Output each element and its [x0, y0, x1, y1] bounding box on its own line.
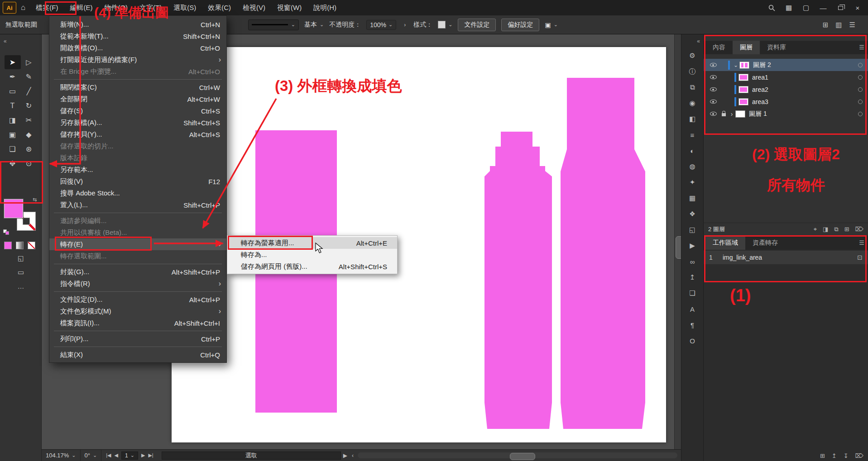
last-artboard-icon[interactable]: ▶| [148, 452, 153, 458]
rotate-tool[interactable]: ↻ [21, 99, 37, 113]
delete-item-icon[interactable]: ⌦ [855, 452, 863, 459]
new-layer-icon[interactable]: ⊞ [844, 226, 849, 233]
eye-icon[interactable] [710, 63, 717, 67]
artwork-bottle-large[interactable] [561, 78, 645, 429]
menubar-item[interactable]: 編輯(E) [64, 0, 98, 15]
move-down-icon[interactable]: ↧ [844, 452, 849, 459]
none-button[interactable] [28, 242, 35, 249]
make-mask-icon[interactable]: ◨ [823, 226, 828, 233]
eye-icon[interactable] [710, 75, 717, 79]
scissors-tool[interactable]: ✂ [21, 113, 37, 127]
arrange-documents-icon[interactable]: ▢ [802, 4, 810, 12]
layer-name[interactable]: 圖層 2 [753, 61, 771, 69]
menu-item-place[interactable]: 置入(L)...Shift+Ctrl+P [49, 199, 226, 211]
menu-item-export[interactable]: 轉存(E) [49, 238, 226, 250]
stroke-icon[interactable]: ≡ [686, 130, 699, 140]
menubar-item[interactable]: 檢視(V) [237, 0, 271, 15]
menu-item-open[interactable]: 開啟舊檔(O)...Ctrl+O [49, 42, 226, 54]
direct-selection-tool[interactable]: ▷ [21, 55, 37, 69]
menubar-item[interactable]: 效果(C) [202, 0, 237, 15]
panel-menu-icon[interactable]: ☰ [859, 239, 864, 246]
rotation-dropdown[interactable]: 0°⌄ [81, 450, 102, 461]
artboard-number-dropdown[interactable]: 1⌄ [121, 451, 138, 460]
graphic-styles-icon[interactable]: ✦ [686, 177, 699, 187]
rectangle-tool[interactable]: ▭ [5, 84, 21, 98]
layer-row-area2[interactable]: area2 [704, 83, 868, 95]
menu-item-print[interactable]: 列印(P)...Ctrl+P [49, 333, 226, 345]
expand-caret-icon[interactable] [732, 62, 739, 68]
appearance-icon[interactable]: ◍ [686, 162, 699, 171]
menu-item-scripts[interactable]: 指令檔(R) [49, 278, 226, 290]
menu-item-revert[interactable]: 回復(V)F12 [49, 176, 226, 187]
curvature-tool[interactable]: ✎ [21, 70, 37, 84]
type-tool[interactable]: T [5, 99, 21, 113]
layer-thumbnail[interactable] [735, 110, 745, 118]
color-button[interactable] [4, 242, 12, 249]
menubar-item[interactable]: 選取(S) [168, 0, 202, 15]
collapse-toolbar-icon[interactable]: « [4, 38, 7, 44]
quick-actions-dropdown[interactable]: ▣⌄ [545, 21, 557, 29]
default-swatches-icon[interactable] [3, 229, 10, 235]
app-logo-icon[interactable]: Ai [3, 2, 16, 14]
menubar-item[interactable]: 說明(H) [307, 0, 342, 15]
links-icon[interactable]: ∞ [686, 257, 699, 266]
eye-icon[interactable] [710, 112, 717, 116]
pathfinder-icon[interactable]: ◱ [686, 225, 699, 235]
artboard-icon[interactable]: ⊡ [857, 254, 863, 261]
paragraph-icon[interactable]: ¶ [686, 320, 699, 330]
panel-menu-icon[interactable]: ☰ [859, 44, 864, 51]
artboards-icon[interactable]: ❏ [686, 288, 699, 298]
target-circle-icon[interactable] [858, 63, 863, 67]
horizontal-scrollbar[interactable] [358, 452, 677, 458]
properties-icon[interactable]: ⚙ [686, 51, 699, 61]
menu-item-save-as-template[interactable]: 另存範本... [49, 164, 226, 176]
menu-item-save[interactable]: 儲存(S)Ctrl+S [49, 105, 226, 117]
character-icon[interactable]: A [686, 304, 699, 314]
menu-item-new-from-template[interactable]: 從範本新增(T)...Shift+Ctrl+N [49, 30, 226, 42]
eraser-tool[interactable]: ◨ [5, 113, 21, 127]
preferences-button[interactable]: 偏好設定 [501, 19, 539, 31]
layer-thumbnail[interactable] [739, 62, 749, 69]
menubar-item[interactable]: 物件(O) [98, 0, 134, 15]
tab-artboards[interactable]: 工作區域 [705, 236, 745, 250]
transform-icon[interactable]: ⧉ [686, 82, 699, 92]
lock-icon[interactable] [722, 113, 726, 116]
layer-row-layer-1[interactable]: 圖層 1 [704, 108, 868, 120]
menu-item-search-adobe-stock[interactable]: 搜尋 Adobe Stock... [49, 187, 226, 199]
screen-mode-icon[interactable]: ▭ [18, 268, 24, 276]
swatches-icon[interactable]: ▦ [686, 193, 699, 203]
locate-object-icon[interactable]: ⌖ [814, 226, 817, 233]
menubar-item[interactable]: 檔案(F) [30, 0, 64, 15]
line-segment-tool[interactable]: ╱ [21, 84, 37, 98]
transparency-icon[interactable]: ◐ [686, 146, 699, 156]
menubar-item[interactable]: 文字(T) [134, 0, 168, 15]
actions-icon[interactable]: ▶ [686, 241, 699, 251]
gradient-button[interactable] [16, 242, 24, 249]
first-artboard-icon[interactable]: |◀ [106, 452, 111, 458]
artboard-tool[interactable]: ❏ [5, 142, 21, 156]
scroll-left-icon[interactable]: ‹ [352, 452, 354, 459]
tab-libraries[interactable]: 資料庫 [760, 41, 793, 54]
menu-item-save-as[interactable]: 另存新檔(A)...Shift+Ctrl+S [49, 117, 226, 128]
search-icon[interactable] [767, 5, 776, 11]
expand-panels-icon[interactable]: « [697, 38, 700, 44]
move-up-icon[interactable]: ↥ [832, 452, 837, 459]
fill-swatch[interactable] [4, 199, 23, 218]
layer-name[interactable]: area2 [752, 86, 768, 93]
menu-item-new[interactable]: 新增(N)...Ctrl+N [49, 19, 226, 30]
tab-asset-export[interactable]: 資產轉存 [745, 236, 785, 250]
opacity-dropdown[interactable]: 100%⌄ [366, 20, 396, 30]
align-panel-icon[interactable]: ⊞ [823, 21, 829, 29]
color-icon[interactable]: ◉ [686, 98, 699, 108]
asset-export-icon[interactable]: ↥ [686, 272, 699, 282]
edit-toolbar-icon[interactable]: … [18, 282, 24, 290]
artboard-row[interactable]: 1 img_link_area ⊡ [704, 251, 868, 264]
tab-properties[interactable]: 內容 [705, 41, 733, 54]
new-sublayer-icon[interactable]: ⧉ [834, 226, 838, 233]
submenu-item-save-for-web-legacy[interactable]: 儲存為網頁用 (舊版)...Alt+Shift+Ctrl+S [227, 261, 397, 272]
artboard-row-name[interactable]: img_link_area [723, 254, 762, 261]
menu-item-close[interactable]: 關閉檔案(C)Ctrl+W [49, 81, 226, 93]
symbols-icon[interactable]: ❖ [686, 209, 699, 219]
gradient-icon[interactable]: ◧ [686, 114, 699, 124]
menu-item-open-recent[interactable]: 打開最近使用過的檔案(F) [49, 54, 226, 66]
